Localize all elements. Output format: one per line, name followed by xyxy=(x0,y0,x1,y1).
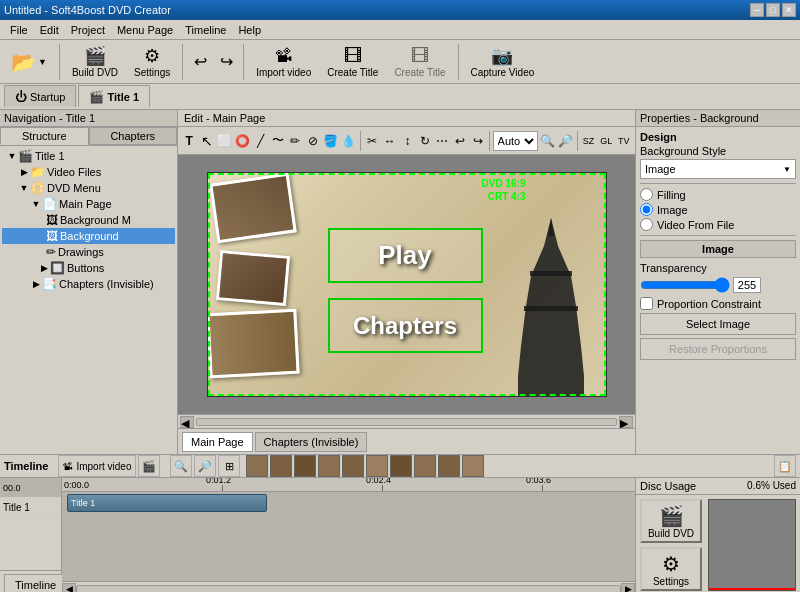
cut-tool[interactable]: ✂ xyxy=(364,130,381,152)
scroll-right[interactable]: ▶ xyxy=(619,416,633,428)
canvas-scrollbar[interactable]: ◀ ▶ xyxy=(178,414,635,428)
pencil-tool[interactable]: ✏ xyxy=(287,130,304,152)
flip-v-tool[interactable]: ↕ xyxy=(399,130,416,152)
curve-tool[interactable]: 〜 xyxy=(270,130,287,152)
tree-item-dvdmenu[interactable]: ▼ 📀 DVD Menu xyxy=(2,180,175,196)
scroll-thumb[interactable] xyxy=(196,418,617,426)
tab-startup[interactable]: ⏻ Startup xyxy=(4,85,76,107)
tl-clip6[interactable] xyxy=(366,455,388,477)
tl-scroll-left[interactable]: ◀ xyxy=(62,583,76,593)
menu-menupage[interactable]: Menu Page xyxy=(111,23,179,37)
bg-style-dropdown[interactable]: Image xyxy=(640,159,796,179)
menu-timeline[interactable]: Timeline xyxy=(179,23,232,37)
tree-item-mainpage[interactable]: ▼ 📄 Main Page xyxy=(2,196,175,212)
maximize-button[interactable]: □ xyxy=(766,3,780,17)
nav-tab-chapters[interactable]: Chapters xyxy=(89,127,178,145)
tree-item-drawings[interactable]: ✏ Drawings xyxy=(2,244,175,260)
undo-edit[interactable]: ↩ xyxy=(452,130,469,152)
redo-edit[interactable]: ↪ xyxy=(469,130,486,152)
tl-clip7[interactable] xyxy=(390,455,412,477)
import-video-button[interactable]: 📽 Import video xyxy=(249,43,318,81)
nav-tab-structure[interactable]: Structure xyxy=(0,127,89,145)
safe-zone[interactable]: SZ xyxy=(580,130,597,152)
menu-file[interactable]: File xyxy=(4,23,34,37)
tv-safe[interactable]: TV xyxy=(615,130,632,152)
radio-video-input[interactable] xyxy=(640,218,653,231)
redo-button[interactable]: ↪ xyxy=(214,46,238,78)
open-button[interactable]: 📂 ▼ xyxy=(4,43,54,81)
transparency-value[interactable]: 255 xyxy=(733,277,761,293)
tree-item-backgroundm[interactable]: 🖼 Background M xyxy=(2,212,175,228)
undo-button[interactable]: ↩ xyxy=(188,46,212,78)
tl-scroll-right[interactable]: ▶ xyxy=(621,583,635,593)
tl-clip2[interactable] xyxy=(270,455,292,477)
crop-tool[interactable]: ⬜ xyxy=(216,130,233,152)
tl-scroll-thumb[interactable] xyxy=(76,585,621,593)
settings-panel-button[interactable]: ⚙ Settings xyxy=(640,547,702,591)
select-image-button[interactable]: Select Image xyxy=(640,313,796,335)
tab-title1[interactable]: 🎬 Title 1 xyxy=(78,85,150,107)
tl-clip8[interactable] xyxy=(414,455,436,477)
tl-clip5[interactable] xyxy=(342,455,364,477)
create-title2-button[interactable]: 🎞 Create Title xyxy=(387,43,452,81)
zoom-in[interactable]: 🔎 xyxy=(557,130,574,152)
radio-image-input[interactable] xyxy=(640,203,653,216)
create-title-button[interactable]: 🎞 Create Title xyxy=(320,43,385,81)
tl-btn-last[interactable]: 📋 xyxy=(774,455,796,477)
capture-video-button[interactable]: 📷 Capture Video xyxy=(464,43,542,81)
text-tool[interactable]: T xyxy=(181,130,198,152)
expand-icon4[interactable]: ▼ xyxy=(30,199,42,209)
fill-tool[interactable]: 🪣 xyxy=(322,130,339,152)
close-button[interactable]: ✕ xyxy=(782,3,796,17)
tl-zoom-in[interactable]: 🔎 xyxy=(194,455,216,477)
build-dvd-button[interactable]: 🎬 Build DVD xyxy=(65,43,125,81)
expand-icon3[interactable]: ▼ xyxy=(18,183,30,193)
eraser-tool[interactable]: ⊘ xyxy=(305,130,322,152)
eyedrop-tool[interactable]: 💧 xyxy=(340,130,357,152)
tl-clip3[interactable] xyxy=(294,455,316,477)
line-tool[interactable]: ╱ xyxy=(252,130,269,152)
build-dvd-panel-button[interactable]: 🎬 Build DVD xyxy=(640,499,702,543)
zoom-select[interactable]: Auto xyxy=(493,131,538,151)
tl-btn2[interactable]: 🎬 xyxy=(138,455,160,477)
canvas-tab-chapters[interactable]: Chapters (Invisible) xyxy=(255,432,368,452)
canvas-tab-mainpage[interactable]: Main Page xyxy=(182,432,253,452)
menu-project[interactable]: Project xyxy=(65,23,111,37)
expand-icon[interactable]: ▼ xyxy=(6,151,18,161)
proportion-checkbox[interactable] xyxy=(640,297,653,310)
oval-tool[interactable]: ⭕ xyxy=(234,130,251,152)
zoom-out[interactable]: 🔍 xyxy=(539,130,556,152)
tree-item-buttons[interactable]: ▶ 🔲 Buttons xyxy=(2,260,175,276)
tree-item-chapters[interactable]: ▶ 📑 Chapters (Invisible) xyxy=(2,276,175,292)
tree-item-videofiles[interactable]: ▶ 📁 Video Files xyxy=(2,164,175,180)
tree-item-background[interactable]: 🖼 Background xyxy=(2,228,175,244)
tab-timeline[interactable]: Timeline xyxy=(4,574,67,592)
guide-lines[interactable]: GL xyxy=(598,130,615,152)
transparency-slider[interactable] xyxy=(640,277,730,293)
rotate-tool[interactable]: ↻ xyxy=(417,130,434,152)
select-tool[interactable]: ↖ xyxy=(199,130,216,152)
tl-clip4[interactable] xyxy=(318,455,340,477)
tl-zoom-out[interactable]: 🔍 xyxy=(170,455,192,477)
radio-filling-input[interactable] xyxy=(640,188,653,201)
more-tool[interactable]: ⋯ xyxy=(434,130,451,152)
expand-icon6[interactable]: ▶ xyxy=(30,279,42,289)
menu-edit[interactable]: Edit xyxy=(34,23,65,37)
track-item-title1[interactable]: Title 1 xyxy=(67,494,267,512)
tl-clip10[interactable] xyxy=(462,455,484,477)
restore-proportions-button[interactable]: Restore Proportions xyxy=(640,338,796,360)
settings-button[interactable]: ⚙ Settings xyxy=(127,43,177,81)
tl-clip9[interactable] xyxy=(438,455,460,477)
expand-icon5[interactable]: ▶ xyxy=(38,263,50,273)
minimize-button[interactable]: ─ xyxy=(750,3,764,17)
tl-clip1[interactable] xyxy=(246,455,268,477)
flip-h-tool[interactable]: ↔ xyxy=(382,130,399,152)
tl-fit[interactable]: ⊞ xyxy=(218,455,240,477)
scroll-left[interactable]: ◀ xyxy=(180,416,194,428)
import-video-tl-button[interactable]: 📽 Import video xyxy=(58,455,136,477)
menu-help[interactable]: Help xyxy=(232,23,267,37)
window-controls[interactable]: ─ □ ✕ xyxy=(750,3,796,17)
tree-item-title1[interactable]: ▼ 🎬 Title 1 xyxy=(2,148,175,164)
tl-scrollbar[interactable]: ◀ ▶ xyxy=(62,581,635,592)
expand-icon2[interactable]: ▶ xyxy=(18,167,30,177)
